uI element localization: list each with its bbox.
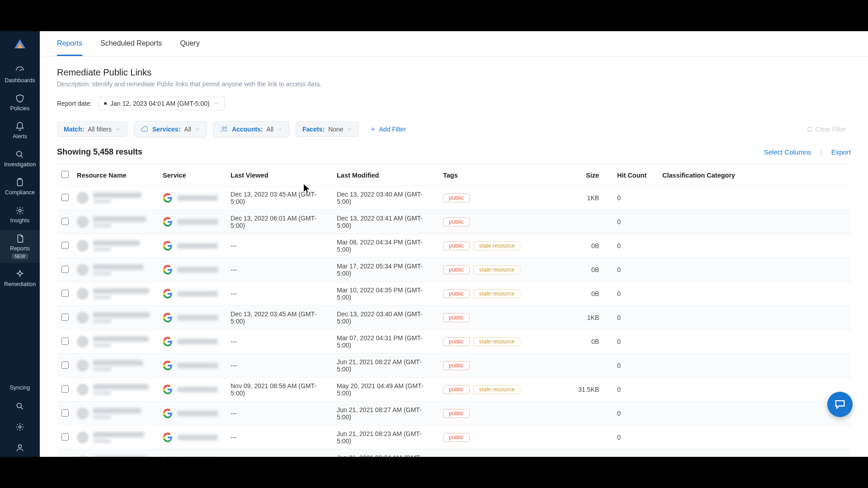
col-size[interactable]: Size [563, 164, 613, 186]
service-cell [163, 432, 222, 442]
row-checkbox[interactable] [61, 242, 69, 249]
report-date-dropdown[interactable]: Jan 12, 2023 04:01 AM (GMT-5:00) [98, 97, 224, 110]
google-icon [163, 265, 173, 275]
tab-scheduled-reports[interactable]: Scheduled Reports [100, 31, 162, 56]
filter-match[interactable]: Match: All filters [57, 122, 127, 137]
chevron-down-icon [277, 127, 283, 132]
col-classification[interactable]: Classification Category [658, 164, 851, 186]
resource-name-redacted [77, 455, 154, 457]
chat-fab[interactable] [827, 392, 853, 417]
table-row[interactable]: --- Jun 21, 2021 08:22 AM (GMT-5:00) pub… [57, 354, 851, 378]
resource-name-redacted [77, 408, 154, 419]
hit-count-cell: 0 [613, 234, 658, 258]
chat-icon [834, 398, 846, 411]
last-viewed-cell: Dec 13, 2022 03:45 AM (GMT-5:00) [226, 306, 332, 330]
classification-cell [658, 234, 851, 258]
row-checkbox[interactable] [61, 361, 69, 369]
col-service[interactable]: Service [158, 164, 226, 186]
tag-stale: stale resource [473, 241, 521, 250]
report-date-label: Report date: [57, 100, 92, 107]
resource-name-redacted [77, 288, 154, 300]
nav-settings[interactable] [0, 418, 40, 436]
col-last-viewed[interactable]: Last Viewed [226, 164, 332, 186]
filter-accounts[interactable]: Accounts: All [213, 121, 289, 137]
nav-search[interactable] [0, 397, 40, 415]
row-checkbox[interactable] [61, 385, 69, 393]
table-row[interactable]: Nov 09, 2021 08:58 AM (GMT-5:00) May 20,… [57, 378, 851, 402]
select-all-checkbox[interactable] [61, 171, 69, 178]
export-button[interactable]: Export [831, 148, 851, 156]
main-content: Reports Scheduled Reports Query Remediat… [40, 31, 868, 457]
table-row[interactable]: --- Mar 07, 2022 04:31 PM (GMT-5:00) pub… [57, 330, 851, 354]
row-checkbox[interactable] [61, 433, 69, 441]
nav-reports[interactable]: Reports NEW [0, 230, 40, 263]
last-viewed-cell: Nov 09, 2021 08:58 AM (GMT-5:00) [226, 378, 332, 402]
row-checkbox[interactable] [61, 194, 69, 201]
user-icon [15, 443, 24, 452]
col-hit-count[interactable]: Hit Count [613, 164, 658, 186]
chevron-down-icon [213, 101, 219, 106]
nav-compliance[interactable]: Compliance [0, 174, 40, 199]
table-row[interactable]: Dec 13, 2022 03:45 AM (GMT-5:00) Dec 13,… [57, 186, 851, 210]
row-checkbox[interactable] [61, 290, 69, 297]
nav-policies[interactable]: Policies [0, 90, 40, 115]
file-icon [15, 234, 25, 244]
tag-public: public [443, 385, 470, 394]
refresh-icon [807, 126, 813, 132]
row-checkbox[interactable] [61, 338, 69, 345]
google-icon [163, 361, 173, 371]
nav-profile[interactable] [0, 439, 40, 457]
filter-facets[interactable]: Facets: None [296, 122, 359, 137]
tags-cell: publicstale resource [439, 258, 563, 282]
row-checkbox[interactable] [61, 409, 69, 417]
sidebar: Dashboards Policies Alerts Investigation… [0, 31, 40, 457]
last-modified-cell: Jun 21, 2021 08:22 AM (GMT-5:00) [332, 354, 439, 378]
service-cell [163, 193, 222, 203]
row-checkbox[interactable] [61, 218, 69, 225]
row-checkbox[interactable] [61, 314, 69, 321]
tab-query[interactable]: Query [180, 31, 200, 56]
nav-label: Alerts [13, 133, 27, 140]
google-icon [163, 337, 173, 347]
bell-icon [15, 122, 25, 131]
nav-investigation[interactable]: Investigation [0, 146, 40, 171]
tag-public: public [443, 337, 470, 346]
clear-filter-button[interactable]: Clear Filter [802, 122, 851, 136]
nav-insights[interactable]: Insights [0, 202, 40, 227]
nav-remediation[interactable]: Remediation [0, 266, 40, 291]
table-row[interactable]: --- Mar 08, 2022 04:34 PM (GMT-5:00) pub… [57, 234, 851, 258]
table-row[interactable]: --- Mar 17, 2022 05:34 PM (GMT-5:00) pub… [57, 258, 851, 282]
col-tags[interactable]: Tags [439, 164, 563, 186]
tags-cell: public [439, 402, 563, 426]
nav-dashboards[interactable]: Dashboards [0, 62, 40, 87]
tags-cell: public [439, 450, 563, 457]
nav-alerts[interactable]: Alerts [0, 118, 40, 143]
resource-name-redacted [77, 360, 154, 371]
size-cell: 0B [563, 234, 613, 258]
table-row[interactable]: --- Jun 21, 2021 08:27 AM (GMT-5:00) pub… [57, 402, 851, 426]
table-row[interactable]: --- Jun 21, 2021 08:24 AM (GMT-5:00) pub… [57, 450, 851, 457]
size-cell: 31.5KB [563, 378, 613, 402]
google-icon [163, 193, 173, 203]
service-cell [163, 241, 222, 251]
filter-val: All [266, 126, 274, 133]
col-last-modified[interactable]: Last Modified [332, 164, 439, 186]
table-row[interactable]: Dec 13, 2022 03:45 AM (GMT-5:00) Dec 13,… [57, 306, 851, 330]
last-modified-cell: Jun 21, 2021 08:23 AM (GMT-5:00) [332, 426, 439, 450]
add-filter-button[interactable]: Add Filter [365, 122, 410, 136]
filter-key: Accounts: [232, 126, 263, 133]
table-row[interactable]: --- Jun 21, 2021 08:23 AM (GMT-5:00) pub… [57, 426, 851, 450]
syncing-label: Syncing [10, 385, 30, 391]
tab-reports[interactable]: Reports [57, 31, 82, 56]
chevron-down-icon [347, 127, 352, 132]
table-row[interactable]: Dec 13, 2022 06:01 AM (GMT-5:00) Dec 13,… [57, 210, 851, 234]
table-row[interactable]: --- Mar 10, 2022 04:35 PM (GMT-5:00) pub… [57, 282, 851, 306]
select-columns-button[interactable]: Select Columns [764, 148, 811, 156]
hit-count-cell: 0 [613, 282, 658, 306]
row-checkbox[interactable] [61, 266, 69, 273]
resource-name-redacted [77, 192, 154, 204]
col-resource-name[interactable]: Resource Name [72, 164, 158, 186]
tag-public: public [443, 313, 470, 322]
service-cell [163, 408, 222, 418]
filter-services[interactable]: Services: All [134, 121, 207, 137]
